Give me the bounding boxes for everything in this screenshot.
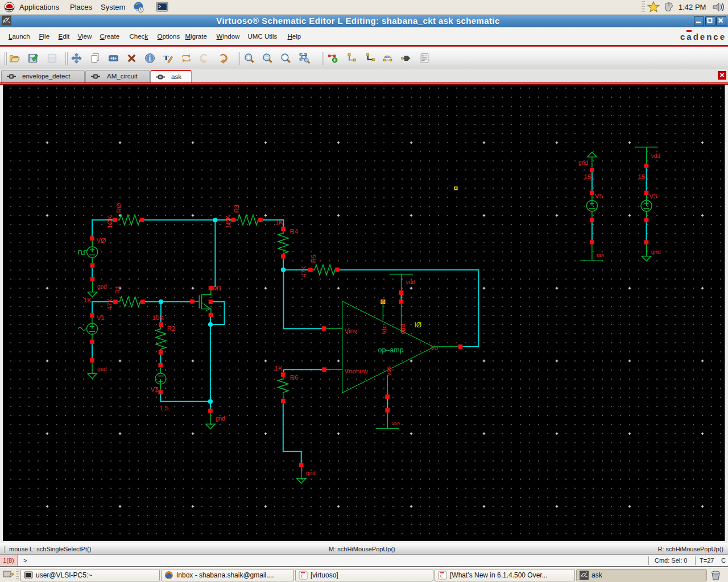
svg-text:15: 15 (638, 173, 646, 180)
svg-text:Idc: Idc (380, 325, 387, 334)
svg-text:1K: 1K (275, 365, 283, 372)
svg-text:vss: vss (385, 366, 392, 376)
svg-text:gnd: gnd (97, 366, 107, 372)
svg-text:vss: vss (392, 421, 400, 426)
svg-text:T: T (164, 53, 169, 62)
svg-text:V5: V5 (595, 193, 603, 199)
svg-text:1K: 1K (275, 219, 283, 226)
svg-text:R1: R1 (114, 285, 121, 294)
svg-text:10K: 10K (152, 314, 164, 321)
svg-text:vdd: vdd (406, 279, 415, 285)
svg-text:Vo: Vo (431, 344, 438, 351)
svg-text:Vnoninv: Vnoninv (345, 368, 369, 375)
svg-text:V2: V2 (151, 386, 159, 393)
svg-text:1ØK: 1ØK (106, 215, 113, 228)
svg-text:V3: V3 (649, 193, 657, 199)
svg-text:1K: 1K (84, 297, 92, 304)
svg-text:1.5: 1.5 (160, 405, 169, 411)
svg-text:c: c (440, 572, 443, 579)
svg-text:gnd: gnd (306, 470, 316, 476)
svg-text:gnd: gnd (97, 284, 107, 290)
svg-text:gnd: gnd (651, 249, 661, 255)
svg-text:op–amp: op–amp (378, 346, 404, 354)
svg-text:R3: R3 (233, 205, 240, 213)
svg-text:vdd: vdd (651, 153, 660, 159)
svg-text:VØ: VØ (97, 237, 106, 244)
svg-text:c: c (301, 572, 304, 579)
svg-text:47K: 47K (300, 265, 307, 277)
svg-text:abc: abc (384, 54, 391, 59)
svg-text:47K: 47K (106, 298, 113, 310)
svg-text:vss: vss (596, 253, 604, 259)
svg-text:R4: R4 (290, 228, 299, 235)
svg-text:R6: R6 (290, 374, 299, 381)
svg-text:gnd: gnd (578, 160, 588, 166)
svg-text:V1: V1 (97, 314, 105, 321)
svg-text:1ØK: 1ØK (225, 215, 231, 228)
svg-text:R2: R2 (167, 325, 176, 332)
svg-text:M1: M1 (213, 285, 222, 292)
svg-text:IØ: IØ (415, 321, 422, 329)
svg-text:RØ: RØ (115, 203, 122, 213)
svg-text:gnd: gnd (216, 415, 225, 422)
svg-text:vdd: vdd (399, 324, 406, 335)
svg-text:15: 15 (584, 173, 592, 180)
svg-text:R5: R5 (310, 255, 317, 263)
svg-text:Vinv: Vinv (345, 327, 357, 334)
